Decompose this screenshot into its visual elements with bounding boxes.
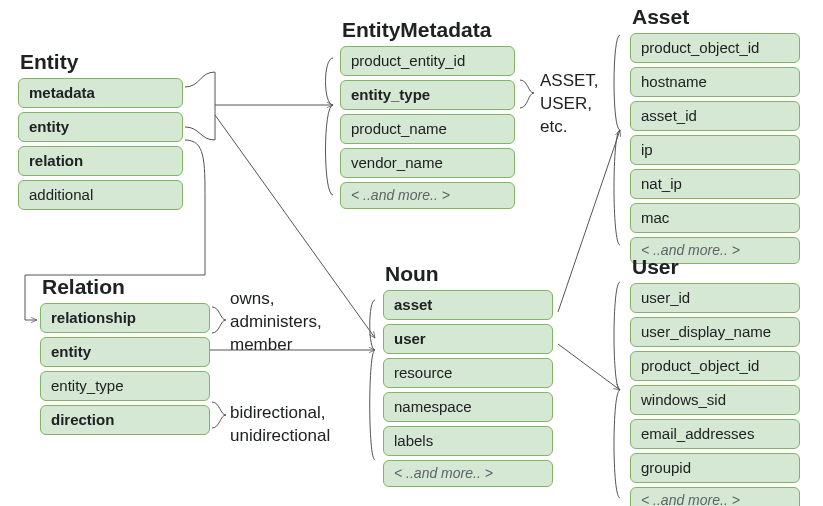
entitymetadata-field-product-name: product_name [340, 114, 515, 144]
noun-field-resource: resource [383, 358, 553, 388]
noun-box: Noun assetuserresourcenamespacelabels < … [383, 262, 553, 491]
user-field-user-id: user_id [630, 283, 800, 313]
direction-annotation: bidirectional, unidirectional [230, 402, 330, 448]
user-field-product-object-id: product_object_id [630, 351, 800, 381]
entity-field-relation: relation [18, 146, 183, 176]
user-field-groupid: groupid [630, 453, 800, 483]
relation-field-entity-type: entity_type [40, 371, 210, 401]
entity-field-entity: entity [18, 112, 183, 142]
asset-title: Asset [630, 5, 800, 29]
entitymetadata-field-product-entity-id: product_entity_id [340, 46, 515, 76]
noun-field-asset: asset [383, 290, 553, 320]
noun-field-user: user [383, 324, 553, 354]
entitytype-annotation: ASSET, USER, etc. [540, 70, 599, 139]
relation-box: Relation relationshipentityentity_typedi… [40, 275, 210, 439]
entitymetadata-box: EntityMetadata product_entity_identity_t… [340, 18, 515, 213]
asset-field-mac: mac [630, 203, 800, 233]
asset-field-ip: ip [630, 135, 800, 165]
noun-more: < ..and more.. > [383, 460, 553, 487]
entity-field-metadata: metadata [18, 78, 183, 108]
asset-box: Asset product_object_idhostnameasset_idi… [630, 5, 800, 268]
user-field-windows-sid: windows_sid [630, 385, 800, 415]
entitymetadata-title: EntityMetadata [340, 18, 515, 42]
entitymetadata-field-vendor-name: vendor_name [340, 148, 515, 178]
entity-title: Entity [18, 50, 183, 74]
relation-field-direction: direction [40, 405, 210, 435]
entitymetadata-field-entity-type: entity_type [340, 80, 515, 110]
asset-field-asset-id: asset_id [630, 101, 800, 131]
noun-field-namespace: namespace [383, 392, 553, 422]
user-field-email-addresses: email_addresses [630, 419, 800, 449]
asset-field-nat-ip: nat_ip [630, 169, 800, 199]
entity-box: Entity metadataentityrelationadditional [18, 50, 183, 214]
noun-title: Noun [383, 262, 553, 286]
user-title: User [630, 255, 800, 279]
asset-field-hostname: hostname [630, 67, 800, 97]
entity-field-additional: additional [18, 180, 183, 210]
user-box: User user_iduser_display_nameproduct_obj… [630, 255, 800, 506]
user-more: < ..and more.. > [630, 487, 800, 506]
relation-title: Relation [40, 275, 210, 299]
entitymetadata-more: < ..and more.. > [340, 182, 515, 209]
asset-field-product-object-id: product_object_id [630, 33, 800, 63]
relation-field-relationship: relationship [40, 303, 210, 333]
relation-field-entity: entity [40, 337, 210, 367]
user-field-user-display-name: user_display_name [630, 317, 800, 347]
noun-field-labels: labels [383, 426, 553, 456]
relationship-annotation: owns, administers, member [230, 288, 322, 357]
